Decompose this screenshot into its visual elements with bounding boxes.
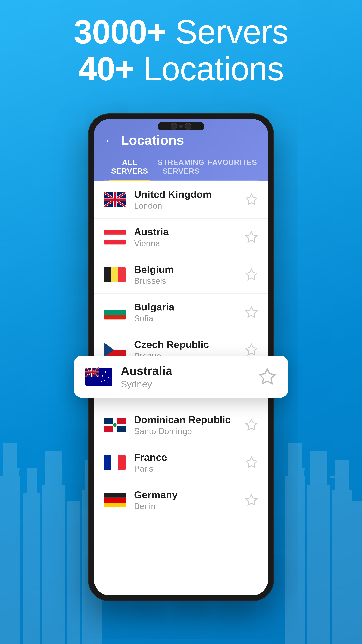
svg-rect-60	[118, 455, 126, 470]
svg-rect-59	[111, 455, 118, 470]
headline-normal1: Servers	[166, 13, 289, 50]
svg-rect-5	[45, 451, 62, 485]
favourite-star-france[interactable]	[245, 456, 258, 469]
svg-rect-26	[5, 486, 8, 490]
svg-point-56	[113, 423, 117, 427]
favourite-star-czech[interactable]	[245, 343, 258, 356]
flag-france	[104, 455, 126, 470]
svg-point-68	[105, 371, 107, 373]
flag-austria	[104, 230, 126, 245]
sensor-icon	[179, 124, 183, 128]
svg-rect-53	[117, 426, 126, 432]
back-button[interactable]: ←	[104, 134, 116, 147]
country-name-france: France	[134, 452, 245, 463]
svg-marker-29	[246, 194, 257, 204]
svg-rect-50	[104, 418, 113, 424]
server-item-bulgaria[interactable]: Bulgaria Sofia	[94, 294, 268, 331]
country-info-austria: Austria Vienna	[134, 226, 245, 248]
svg-marker-74	[260, 369, 275, 384]
svg-rect-23	[330, 476, 339, 478]
server-item-uk[interactable]: United Kingdom London	[94, 181, 268, 218]
favourite-star-uk[interactable]	[245, 193, 258, 206]
country-info-germany: Germany Berlin	[134, 489, 245, 511]
svg-rect-2	[23, 493, 40, 644]
svg-marker-65	[246, 494, 257, 505]
favourite-star-austria[interactable]	[245, 230, 258, 244]
country-info-belgium: Belgium Brussels	[134, 264, 245, 286]
svg-point-70	[108, 377, 109, 378]
flag-czech	[104, 342, 126, 358]
tabs-row: ALLSERVERS STREAMINGSERVERS FAVOURITES	[104, 155, 258, 181]
headline-bold1: 3000+	[74, 13, 166, 50]
svg-point-72	[107, 382, 108, 382]
floating-card-australia[interactable]: Australia Sydney	[74, 356, 288, 398]
country-name-bulgaria: Bulgaria	[134, 301, 245, 313]
svg-rect-58	[104, 455, 111, 470]
city-name-uk: London	[134, 201, 245, 211]
svg-rect-52	[104, 426, 113, 432]
svg-rect-15	[307, 485, 330, 644]
country-name-germany: Germany	[134, 489, 245, 500]
city-name-germany: Berlin	[134, 502, 245, 511]
phone-notch	[158, 122, 204, 130]
svg-rect-62	[104, 493, 126, 498]
svg-rect-35	[118, 268, 126, 282]
headline-normal2: Locations	[134, 50, 284, 88]
svg-rect-64	[104, 502, 126, 507]
phone-mockup: ← Locations ALLSERVERS STREAMINGSERVERS …	[89, 114, 273, 600]
svg-marker-40	[246, 307, 257, 317]
server-item-france[interactable]: France Paris	[94, 444, 268, 482]
flag-dominican	[104, 418, 126, 432]
svg-rect-6	[67, 502, 80, 644]
favourite-star-australia[interactable]	[258, 368, 277, 386]
camera-icon-2	[185, 123, 191, 130]
favourite-star-dominican[interactable]	[245, 418, 258, 432]
server-item-germany[interactable]: Germany Berlin	[94, 482, 268, 519]
flag-bulgaria	[104, 305, 126, 320]
svg-rect-1	[3, 443, 17, 476]
svg-rect-3	[27, 468, 37, 493]
headline: 3000+ Servers 40+ Locations	[0, 14, 362, 87]
svg-rect-63	[104, 498, 126, 502]
svg-rect-25	[10, 480, 13, 483]
svg-rect-38	[104, 310, 126, 315]
country-name-austria: Austria	[134, 226, 245, 238]
svg-rect-31	[104, 234, 126, 240]
city-name-bulgaria: Sofia	[134, 314, 245, 323]
server-item-belgium[interactable]: Belgium Brussels	[94, 256, 268, 294]
server-item-austria[interactable]: Austria Vienna	[94, 218, 268, 256]
tab-all-servers[interactable]: ALLSERVERS	[104, 155, 155, 180]
svg-rect-51	[117, 418, 126, 424]
favourite-star-bulgaria[interactable]	[245, 306, 258, 319]
country-name-dominican: Dominican Republic	[134, 414, 245, 426]
tab-streaming-servers[interactable]: STREAMINGSERVERS	[155, 155, 207, 180]
headline-line1: 3000+ Servers	[0, 14, 362, 50]
city-name-france: Paris	[134, 464, 245, 474]
country-name-uk: United Kingdom	[134, 188, 245, 200]
favourite-star-belgium[interactable]	[245, 268, 258, 282]
svg-rect-9	[17, 468, 19, 518]
app-title: Locations	[121, 132, 184, 148]
flag-belgium	[104, 267, 126, 282]
svg-rect-19	[342, 502, 362, 644]
svg-rect-21	[297, 468, 305, 470]
svg-rect-27	[10, 486, 13, 490]
svg-rect-22	[335, 476, 337, 518]
svg-point-69	[102, 375, 103, 376]
favourite-star-germany[interactable]	[245, 494, 258, 507]
country-info-australia: Australia Sydney	[121, 364, 258, 390]
svg-rect-16	[310, 451, 327, 485]
country-info-bulgaria: Bulgaria Sofia	[134, 301, 245, 323]
svg-marker-32	[246, 232, 257, 242]
svg-rect-14	[288, 443, 302, 476]
server-item-dominican[interactable]: Dominican Republic Santo Domingo	[94, 406, 268, 444]
flag-germany	[104, 492, 126, 508]
tab-favourites[interactable]: FAVOURITES	[207, 155, 258, 180]
country-info-uk: United Kingdom London	[134, 188, 245, 211]
headline-bold2: 40+	[78, 50, 134, 88]
svg-rect-4	[42, 485, 65, 644]
svg-point-71	[104, 380, 105, 381]
flag-australia	[85, 368, 112, 386]
city-name-australia: Sydney	[121, 378, 258, 390]
svg-rect-39	[104, 315, 126, 320]
